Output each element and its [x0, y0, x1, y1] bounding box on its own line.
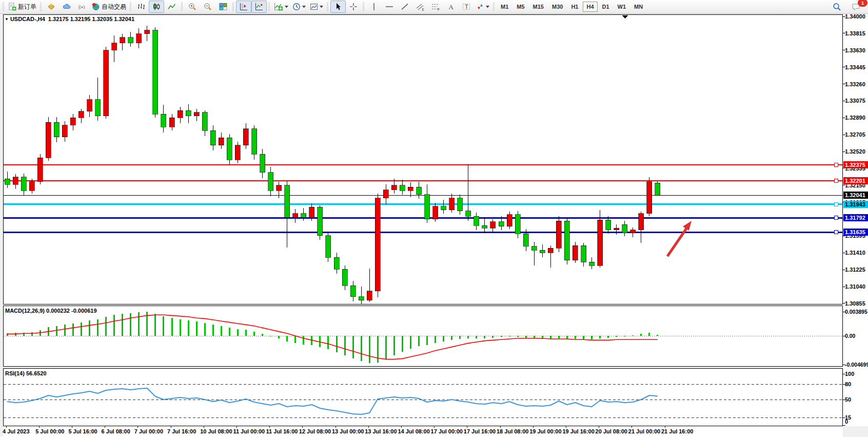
svg-text:A: A [448, 3, 453, 11]
toolbar-grip[interactable] [363, 3, 364, 11]
crosshair-icon [349, 3, 358, 11]
vertical-line-icon [370, 3, 378, 11]
candlestick-chart-button[interactable] [149, 1, 164, 13]
text-box-icon: T [462, 3, 470, 11]
trendline-icon [401, 3, 409, 11]
toolbar: 新订单 自动交易 [0, 0, 868, 14]
rsi-indicator-pane[interactable] [3, 368, 843, 426]
dropdown-caret-icon [486, 6, 489, 8]
timeframe-button-M1[interactable]: M1 [497, 2, 512, 12]
chart-template-icon [310, 3, 318, 11]
timeframe-button-M5[interactable]: M5 [513, 2, 528, 12]
svg-text:F: F [438, 8, 440, 11]
templates-button[interactable] [308, 1, 325, 13]
toolbar-grip[interactable] [40, 3, 42, 11]
search-button[interactable] [829, 1, 844, 13]
cursor-button[interactable] [330, 1, 346, 13]
chart-shift-icon [240, 3, 248, 11]
toolbar-group-chart-type [128, 0, 180, 14]
letter-a-icon: A [447, 3, 455, 11]
tile-windows-button[interactable] [215, 1, 231, 13]
collapse-triangle-icon[interactable]: ▼ [5, 17, 9, 22]
line-chart-icon [168, 3, 176, 11]
line-chart-button[interactable] [164, 1, 180, 13]
dropdown-caret-icon [302, 6, 306, 8]
equidistant-channel-icon: E [416, 3, 425, 11]
timeframe-button-H4[interactable]: H4 [583, 2, 597, 12]
symbol-ohlc-label: ▼USDCAD-,H4 1.32175 1.32195 1.32035 1.32… [5, 16, 134, 22]
macd-label: MACD(12,26,9) 0.000232 -0.000619 [5, 308, 97, 314]
auto-scroll-button[interactable] [251, 1, 267, 13]
trendline-button[interactable] [397, 1, 412, 13]
timeframe-button-MN[interactable]: MN [630, 2, 646, 12]
horizontal-line-icon [385, 3, 393, 11]
dropdown-caret-icon [320, 6, 323, 8]
text-button[interactable]: A [443, 1, 459, 13]
zoom-in-button[interactable] [185, 1, 200, 13]
timeframe-button-W1[interactable]: W1 [614, 2, 630, 12]
time-axis[interactable] [3, 426, 843, 437]
toolbar-grip[interactable] [232, 3, 234, 11]
market-watch-button[interactable] [44, 1, 59, 13]
text-label-button[interactable]: T [459, 1, 474, 13]
toolbar-grip[interactable] [3, 3, 4, 11]
arrow-shapes-icon [476, 3, 484, 11]
radar-signal-icon [78, 3, 86, 11]
timeframe-button-M30[interactable]: M30 [548, 2, 566, 12]
main-chart-pane[interactable] [3, 14, 843, 305]
new-order-label: 新订单 [18, 3, 36, 11]
toolbar-group-scroll [231, 0, 267, 14]
vertical-line-button[interactable] [366, 1, 382, 13]
chart-shift-button[interactable] [236, 1, 251, 13]
toolbar-group-cursor [325, 0, 361, 14]
toolbar-right-tools: 1 [829, 1, 867, 13]
timeframe-button-M15[interactable]: M15 [529, 2, 547, 12]
auto-trading-button[interactable]: 自动交易 [90, 1, 128, 13]
toolbar-grip[interactable] [130, 3, 131, 11]
data-window-button[interactable] [59, 1, 74, 13]
toolbar-group-order: 新订单 [1, 0, 38, 14]
clock-icon [292, 3, 301, 11]
auto-scroll-icon [255, 3, 263, 11]
channel-button[interactable]: E [412, 1, 428, 13]
rsi-label: RSI(14) 56.6520 [5, 370, 47, 376]
gold-nugget-icon [47, 3, 55, 11]
toolbar-group-zoom [180, 0, 231, 14]
toolbar-group-services: 自动交易 [38, 0, 128, 14]
arrows-button[interactable] [474, 1, 491, 13]
indicators-button[interactable] [272, 1, 290, 13]
mt4-terminal-window: { "toolbar": { "new_order_label": "新订单",… [0, 0, 868, 437]
tile-windows-icon [219, 3, 227, 11]
auto-trading-globe-icon [92, 3, 100, 11]
svg-text:E: E [422, 8, 424, 11]
timeframe-button-H1[interactable]: H1 [567, 2, 582, 12]
notification-badge: 1 [858, 0, 867, 7]
zoom-in-icon [188, 3, 196, 11]
macd-indicator-pane[interactable] [3, 306, 843, 367]
signals-button[interactable] [74, 1, 90, 13]
cursor-arrow-icon [334, 3, 342, 11]
indicators-icon [274, 3, 283, 11]
toolbar-grip[interactable] [268, 3, 270, 11]
zoom-out-button[interactable] [200, 1, 215, 13]
toolbar-group-timeframes: M1M5M15M30H1H4D1W1MN [491, 0, 647, 14]
horizontal-line-button[interactable] [382, 1, 397, 13]
toolbar-group-objects: E F A T [361, 0, 491, 14]
new-order-button[interactable]: 新订单 [6, 1, 38, 13]
toolbar-group-inserts [267, 0, 325, 14]
fibonacci-button[interactable]: F [428, 1, 443, 13]
crosshair-button[interactable] [346, 1, 361, 13]
bar-chart-icon [137, 3, 145, 11]
bar-chart-button[interactable] [133, 1, 149, 13]
price-axis[interactable] [843, 14, 868, 426]
svg-text:T: T [465, 4, 468, 10]
candlestick-chart-icon [152, 3, 161, 11]
toolbar-grip[interactable] [181, 3, 183, 11]
toolbar-grip[interactable] [493, 3, 495, 11]
timeframe-button-D1[interactable]: D1 [599, 2, 613, 12]
chat-button[interactable]: 1 [849, 1, 864, 13]
periods-button[interactable] [290, 1, 308, 13]
cloud-icon [63, 3, 71, 11]
auto-trading-label: 自动交易 [102, 3, 126, 11]
toolbar-grip[interactable] [327, 3, 328, 11]
